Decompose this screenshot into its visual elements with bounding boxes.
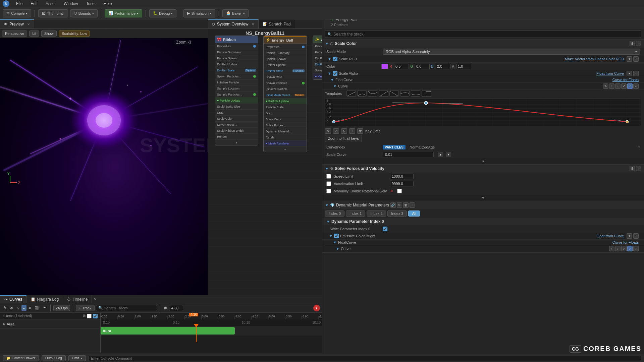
scale-alpha-func-link[interactable]: Float from Curve	[596, 71, 624, 75]
color-a-input[interactable]	[457, 64, 471, 69]
scale-rgb-chevron[interactable]: ▾	[627, 56, 632, 62]
emissive-external[interactable]: ⤢	[621, 246, 627, 251]
curve-index-dropdown[interactable]: ▾	[638, 145, 640, 149]
add-track-button[interactable]: + Track	[76, 305, 95, 311]
write-param-checkbox[interactable]	[383, 227, 387, 231]
next-key-btn[interactable]: ▷	[341, 128, 347, 134]
eye-btn[interactable]: 👁	[8, 305, 15, 311]
dyn-more-icon[interactable]: ⋯	[410, 202, 415, 208]
section-collapse-btn[interactable]: ▼	[322, 158, 644, 164]
curve-up-icon[interactable]: ↑	[609, 83, 614, 89]
index-tab-1[interactable]: Index 1	[346, 210, 365, 217]
baker-button[interactable]: 🧁 Baker ▾	[222, 9, 249, 17]
emissive-more[interactable]: ⋯	[633, 233, 639, 239]
emissive-step-btn[interactable]: ⌐	[633, 246, 639, 251]
curve-editor[interactable]: 1 0.8 0.6 0.4 0.2 0	[325, 99, 641, 126]
bounds-button[interactable]: ⬡ Bounds ▾	[70, 9, 98, 17]
filter-btn[interactable]: ▽	[15, 305, 21, 311]
speed-limit-checkbox[interactable]	[326, 174, 331, 179]
solve-delete-icon[interactable]: 🗑	[630, 166, 635, 171]
menu-window[interactable]: Window	[62, 1, 79, 7]
fps-display[interactable]: 240 fps	[53, 305, 70, 311]
speed-limit-input[interactable]	[390, 174, 414, 179]
tab-curves[interactable]: 〜 Curves	[0, 295, 26, 303]
node-row[interactable]: ● Particle Update	[264, 98, 307, 104]
color-r-input[interactable]	[394, 64, 409, 69]
template-curve-5[interactable]	[389, 90, 399, 97]
system-overview-close-button[interactable]: ✕	[252, 22, 254, 26]
manual-rot-checkbox[interactable]	[326, 189, 331, 193]
tab-timeline[interactable]: ⏱ Timeline	[63, 295, 92, 303]
emissive-curve-link[interactable]: Curve for Floats	[612, 240, 639, 244]
solve-forces-header[interactable]: ▼ ⚙ Solve Forces and Velocity 🗑 ⋯	[322, 165, 644, 173]
template-curve-8[interactable]	[422, 90, 431, 97]
playhead[interactable]	[196, 326, 197, 342]
prev-key-btn[interactable]: ◁	[333, 128, 339, 134]
expand-all-icon[interactable]: ⊞	[83, 314, 86, 318]
curve-step-btn[interactable]: ⌐	[633, 83, 639, 89]
tab-scratch-pad[interactable]: 📝 Scratch Pad	[259, 19, 295, 28]
color-swatch[interactable]	[381, 64, 388, 69]
template-curve-7[interactable]	[411, 90, 420, 97]
index-tab-all[interactable]: All	[408, 210, 420, 217]
solve-more-icon[interactable]: ⋯	[636, 166, 641, 171]
bounds-dropdown-icon[interactable]: ▾	[92, 12, 94, 15]
node-row[interactable]: ● Particle Update	[215, 98, 258, 104]
template-curve-4[interactable]	[379, 90, 388, 97]
sequence-btn[interactable]: 🎬	[33, 305, 41, 311]
curve-tangent-btn[interactable]: ⟋	[627, 83, 633, 89]
unreal-logo-icon[interactable]: U	[3, 0, 9, 7]
key-btn[interactable]: ⬥	[21, 305, 26, 311]
accel-limit-input[interactable]	[390, 181, 414, 186]
node-energy-ball[interactable]: ⚡ Energy_Ball Properties Particle Summar…	[263, 36, 307, 152]
debug-dropdown-icon[interactable]: ▾	[171, 12, 173, 15]
scale-alpha-checkbox[interactable]	[333, 71, 337, 76]
tab-preview[interactable]: 👁 Preview ✕	[0, 19, 34, 28]
track-label-aura[interactable]: ▶ Aura	[0, 319, 100, 329]
index-tab-3[interactable]: Index 3	[387, 210, 407, 217]
perf-dropdown-icon[interactable]: ▾	[137, 12, 139, 15]
auto-key-btn[interactable]: ◈	[27, 305, 33, 311]
pen-tool-btn[interactable]: ✎	[2, 305, 8, 311]
scalability-button[interactable]: Scalability: Low	[59, 31, 90, 37]
node-graph-viewport[interactable]: NS_EnergyBall11 🎀 Ribbon Properties Part…	[208, 29, 322, 295]
emissive-func-link[interactable]: Float from Curve	[596, 234, 624, 238]
menu-edit[interactable]: Edit	[29, 1, 39, 7]
debug-button[interactable]: 🐛 Debug ▾	[149, 9, 176, 17]
color-b-input[interactable]	[436, 64, 450, 69]
scale-mode-dropdown[interactable]: RGB and Alpha Separately ▾	[383, 49, 640, 55]
search-tracks-input[interactable]	[104, 305, 155, 311]
console-input-container[interactable]	[89, 356, 641, 361]
solve-collapse-btn[interactable]: ▼	[322, 195, 644, 201]
curve-for-floats-link[interactable]: Curve for Floats	[612, 78, 639, 82]
content-drawer-btn[interactable]: 📁 Content Drawer	[3, 355, 39, 361]
track-content-area[interactable]: Aura	[101, 326, 322, 336]
curve-external-icon[interactable]: ⤢	[621, 83, 627, 89]
emissive-chevron[interactable]: ▾	[627, 233, 632, 239]
preview-viewport[interactable]: SYSTEM X Y Zoom -3	[0, 38, 208, 295]
template-curve-6[interactable]	[400, 90, 410, 97]
performance-button[interactable]: 📊 Performance ▾	[105, 9, 142, 17]
visible-checkbox[interactable]	[93, 314, 98, 318]
delete-key-btn[interactable]: 🗑	[357, 128, 363, 134]
perspective-button[interactable]: Perspective	[2, 31, 27, 37]
scale-curve-up[interactable]: ▲	[438, 152, 443, 157]
preview-close-button[interactable]: ✕	[27, 22, 30, 26]
menu-tools[interactable]: Tools	[85, 1, 97, 7]
template-curve-1[interactable]	[346, 90, 356, 97]
emissive-checkbox[interactable]	[334, 234, 339, 238]
output-log-btn[interactable]: Output Log	[42, 355, 65, 361]
baker-dropdown-icon[interactable]: ▾	[243, 12, 245, 15]
show-button[interactable]: Show	[41, 31, 57, 37]
scale-alpha-chevron[interactable]: ▾	[627, 71, 632, 76]
lit-button[interactable]: Lit	[29, 31, 39, 37]
tab-niagara-log[interactable]: 📋 Niagara Log	[26, 295, 63, 303]
sim-dropdown-icon[interactable]: ▾	[210, 12, 212, 15]
node-aura[interactable]: ✨ Aura Properties Particle Summary Emitt…	[313, 36, 322, 80]
index-tab-0[interactable]: Index 0	[325, 210, 344, 217]
track-bar-aura[interactable]: Aura	[101, 327, 235, 335]
scale-rgb-checkbox[interactable]	[333, 57, 337, 61]
scale-color-header[interactable]: ▼ ⬡ Scale Color 🗑 ⋯	[322, 40, 644, 48]
scale-rgb-more[interactable]: ⋯	[633, 56, 639, 62]
compile-dropdown-icon[interactable]: ▾	[26, 12, 28, 15]
